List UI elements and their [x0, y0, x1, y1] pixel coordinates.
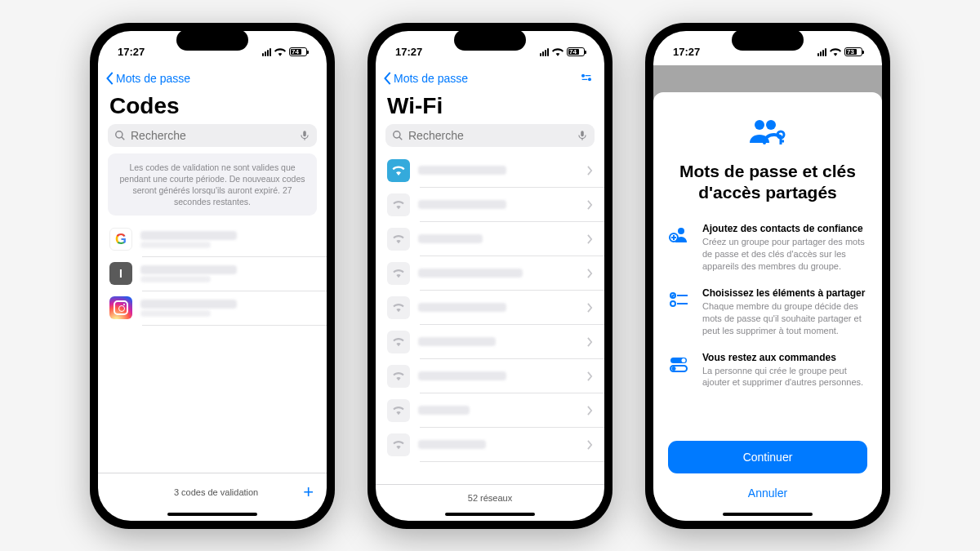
feature-heading: Vous restez aux commandes	[702, 352, 867, 363]
chevron-right-icon	[587, 371, 593, 381]
wifi-network-icon	[387, 193, 410, 216]
svg-point-7	[394, 131, 400, 137]
list-item[interactable]	[376, 188, 604, 222]
toolbar: 52 réseaux	[376, 484, 604, 511]
wifi-network-icon	[387, 228, 410, 251]
svg-point-11	[766, 120, 776, 130]
svg-point-5	[589, 78, 591, 81]
search-bar[interactable]	[108, 124, 317, 147]
chevron-right-icon	[587, 406, 593, 415]
battery-icon: 74	[567, 47, 585, 56]
page-title: Wi-Fi	[376, 91, 604, 124]
modal-backdrop: Mots de passe et clés d'accès partagés A…	[653, 65, 882, 521]
instagram-icon	[109, 296, 132, 319]
list-item[interactable]: I	[98, 256, 327, 291]
home-indicator[interactable]	[723, 513, 813, 516]
wifi-network-icon	[387, 331, 410, 353]
search-input[interactable]	[131, 129, 294, 142]
notch	[176, 29, 248, 51]
list-item[interactable]: G	[98, 222, 327, 256]
back-button[interactable]: Mots de passe	[384, 72, 468, 85]
feature-body: Chaque membre du groupe décide des mots …	[702, 300, 867, 337]
wifi-network-icon	[387, 262, 410, 285]
list-item[interactable]	[376, 153, 604, 188]
add-button[interactable]: +	[303, 482, 314, 503]
chevron-right-icon	[587, 166, 593, 176]
list-item[interactable]	[376, 325, 604, 359]
list-item[interactable]	[376, 222, 604, 256]
mic-icon[interactable]	[299, 130, 310, 141]
back-label: Mots de passe	[394, 72, 468, 85]
modal-sheet: Mots de passe et clés d'accès partagés A…	[653, 92, 882, 521]
chevron-left-icon	[384, 72, 392, 85]
cellular-icon	[262, 48, 271, 56]
feature-body: La personne qui crée le groupe peut ajou…	[702, 365, 867, 389]
svg-point-15	[678, 228, 684, 234]
search-bar[interactable]	[385, 124, 595, 147]
feature-heading: Ajoutez des contacts de confiance	[702, 223, 867, 234]
svg-point-3	[582, 74, 585, 77]
svg-point-21	[670, 301, 675, 306]
checklist-icon	[668, 287, 691, 310]
wifi-active-icon	[387, 159, 410, 182]
battery-icon: 73	[844, 47, 862, 56]
cancel-button[interactable]: Annuler	[668, 477, 867, 509]
feature-row: Ajoutez des contacts de confiance Créez …	[668, 223, 867, 273]
feature-row: Vous restez aux commandes La personne qu…	[668, 352, 867, 389]
feature-body: Créez un groupe pour partager des mots d…	[702, 236, 867, 273]
feature-heading: Choisissez les éléments à partager	[702, 287, 867, 299]
wifi-icon	[274, 47, 286, 58]
home-indicator[interactable]	[445, 513, 535, 516]
list-item[interactable]	[376, 428, 604, 462]
info-box: Les codes de validation ne sont valides …	[108, 153, 317, 216]
continue-button[interactable]: Continuer	[668, 441, 867, 473]
chevron-right-icon	[587, 234, 593, 244]
search-input[interactable]	[408, 129, 572, 142]
svg-line-1	[122, 136, 125, 140]
svg-point-0	[116, 131, 122, 137]
wifi-network-icon	[387, 365, 410, 388]
feature-row: Choisissez les éléments à partager Chaqu…	[668, 287, 867, 337]
filter-icon[interactable]	[580, 70, 596, 87]
phone-wifi: 17:27 74 Mots de passe Wi-Fi	[368, 23, 612, 529]
nav-bar: Mots de passe	[376, 65, 604, 91]
chevron-right-icon	[587, 200, 593, 210]
wifi-icon	[552, 47, 564, 58]
svg-point-10	[755, 120, 764, 130]
status-time: 17:27	[673, 46, 700, 58]
svg-rect-9	[581, 131, 584, 136]
list-item[interactable]	[376, 256, 604, 291]
svg-point-26	[672, 367, 676, 371]
back-button[interactable]: Mots de passe	[106, 72, 190, 85]
notch	[454, 29, 526, 51]
wifi-network-icon	[387, 296, 410, 319]
status-time: 17:27	[118, 46, 145, 58]
list-item[interactable]	[376, 291, 604, 325]
mic-icon[interactable]	[577, 130, 588, 141]
list-item[interactable]	[376, 359, 604, 393]
person-add-icon	[668, 223, 691, 246]
home-indicator[interactable]	[167, 513, 257, 516]
svg-point-12	[777, 131, 784, 138]
svg-point-24	[682, 358, 686, 362]
chevron-right-icon	[587, 440, 593, 450]
svg-line-8	[399, 136, 403, 140]
svg-rect-2	[303, 131, 306, 136]
codes-list: G I	[98, 222, 327, 472]
wifi-icon	[830, 47, 841, 58]
wifi-network-icon	[387, 399, 410, 422]
app-icon: I	[109, 262, 132, 285]
notch	[732, 29, 804, 51]
toggles-icon	[668, 352, 691, 375]
list-item[interactable]	[376, 393, 604, 428]
wifi-network-icon	[387, 433, 410, 456]
chevron-right-icon	[587, 337, 593, 347]
phone-shared-modal: 17:27 73	[645, 23, 890, 529]
cellular-icon	[817, 48, 826, 56]
modal-title: Mots de passe et clés d'accès partagés	[668, 161, 867, 204]
page-title: Codes	[98, 91, 327, 124]
chevron-right-icon	[587, 269, 593, 278]
search-icon	[114, 130, 126, 141]
wifi-list	[376, 153, 604, 484]
list-item[interactable]	[98, 291, 327, 325]
